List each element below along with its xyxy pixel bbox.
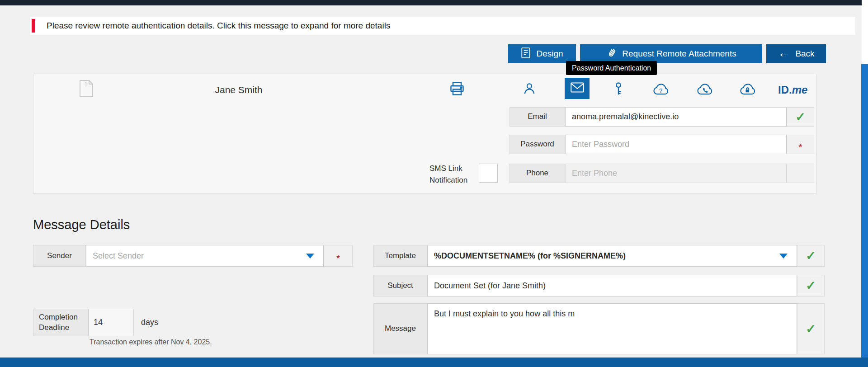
password-input-wrap xyxy=(565,135,787,154)
vertical-scrollbar[interactable] xyxy=(861,64,868,358)
document-set-icon: 1 xyxy=(80,80,93,99)
design-button-label: Design xyxy=(536,49,563,59)
request-remote-attachments-button[interactable]: Request Remote Attachments xyxy=(580,44,762,63)
message-details-heading: Message Details xyxy=(33,217,130,232)
svg-text:?: ? xyxy=(659,87,662,94)
template-field-label: Template xyxy=(373,245,427,267)
password-auth-key-icon[interactable] xyxy=(611,80,626,99)
subject-input-wrap xyxy=(427,275,797,296)
back-button[interactable]: ← Back xyxy=(766,44,826,63)
request-remote-attachments-label: Request Remote Attachments xyxy=(622,49,736,59)
sender-placeholder: Select Sender xyxy=(86,251,144,261)
paperclip-icon xyxy=(604,45,619,62)
email-field-label: Email xyxy=(509,107,565,127)
expiry-note: Transaction expires after Nov 4, 2025. xyxy=(90,338,212,346)
email-input[interactable] xyxy=(566,108,786,126)
subject-status-cell: ✓ xyxy=(797,275,825,296)
password-field-label: Password xyxy=(509,135,565,154)
back-arrow-icon: ← xyxy=(778,47,790,59)
template-select[interactable]: %DOCUMENTSETNAME% (for %SIGNERNAME%) xyxy=(427,245,797,267)
design-button[interactable]: Design xyxy=(508,44,576,63)
check-icon: ✓ xyxy=(806,278,816,293)
esign-remote-details-page: Please review remote authentication deta… xyxy=(0,0,868,367)
message-textarea-wrap: But I must explain to you how all this m xyxy=(427,303,797,354)
back-button-label: Back xyxy=(795,49,814,59)
check-icon: ✓ xyxy=(806,322,816,336)
message-textarea[interactable]: But I must explain to you how all this m xyxy=(428,304,797,354)
phone-field-label: Phone xyxy=(509,164,565,183)
phone-input-wrap xyxy=(565,164,787,183)
top-navigation-bar xyxy=(0,0,862,5)
cloud-lock-auth-icon[interactable] xyxy=(738,82,756,99)
email-input-wrap xyxy=(565,107,787,127)
email-status-cell: ✓ xyxy=(787,107,814,127)
phone-status-cell xyxy=(787,164,814,183)
idme-logo-me: me xyxy=(792,84,808,96)
template-status-cell: ✓ xyxy=(797,245,825,267)
sms-link-notification-checkbox[interactable] xyxy=(479,164,498,183)
svg-text:1: 1 xyxy=(85,81,88,88)
required-asterisk-icon: * xyxy=(336,253,340,264)
phone-input xyxy=(566,164,786,183)
print-icon[interactable] xyxy=(449,80,465,99)
completion-deadline-label: Completion Deadline xyxy=(33,309,89,336)
subject-input[interactable] xyxy=(428,275,797,296)
person-auth-button[interactable] xyxy=(523,81,536,98)
email-auth-button-selected[interactable] xyxy=(565,78,590,99)
envelope-icon xyxy=(571,82,584,94)
bottom-bar xyxy=(0,358,868,367)
chevron-down-icon xyxy=(779,254,788,259)
cloud-phone-auth-icon[interactable] xyxy=(695,82,713,99)
sender-field-label: Sender xyxy=(33,245,86,267)
password-input[interactable] xyxy=(566,135,786,154)
message-field-label: Message xyxy=(373,303,427,354)
required-asterisk-icon: * xyxy=(798,141,802,153)
completion-deadline-input-wrap xyxy=(89,309,134,336)
signer-name: Jane Smith xyxy=(171,84,307,96)
signer-panel: 1 Jane Smith xyxy=(33,74,816,194)
idme-auth-logo[interactable]: ID.me xyxy=(778,84,807,96)
idme-logo-id: ID. xyxy=(778,84,792,96)
template-value: %DOCUMENTSETNAME% (for %SIGNERNAME%) xyxy=(428,251,626,261)
completion-deadline-input[interactable] xyxy=(89,309,133,336)
days-unit-label: days xyxy=(141,309,158,336)
subject-field-label: Subject xyxy=(373,275,427,296)
cloud-question-auth-icon[interactable]: ? xyxy=(651,82,670,99)
alert-accent-bar xyxy=(32,19,35,33)
alert-message: Please review remote authentication deta… xyxy=(47,21,390,31)
sender-select[interactable]: Select Sender xyxy=(86,245,324,267)
check-icon: ✓ xyxy=(806,249,816,263)
password-status-cell: * xyxy=(787,135,814,154)
password-authentication-tooltip: Password Authentication xyxy=(566,61,657,75)
chevron-down-icon xyxy=(306,254,314,259)
design-document-icon xyxy=(521,47,531,61)
message-status-cell: ✓ xyxy=(797,303,825,354)
top-right-corner xyxy=(862,0,868,64)
sender-status-cell: * xyxy=(324,245,353,267)
review-alert-banner[interactable]: Please review remote authentication deta… xyxy=(30,17,855,35)
check-icon: ✓ xyxy=(795,110,806,124)
